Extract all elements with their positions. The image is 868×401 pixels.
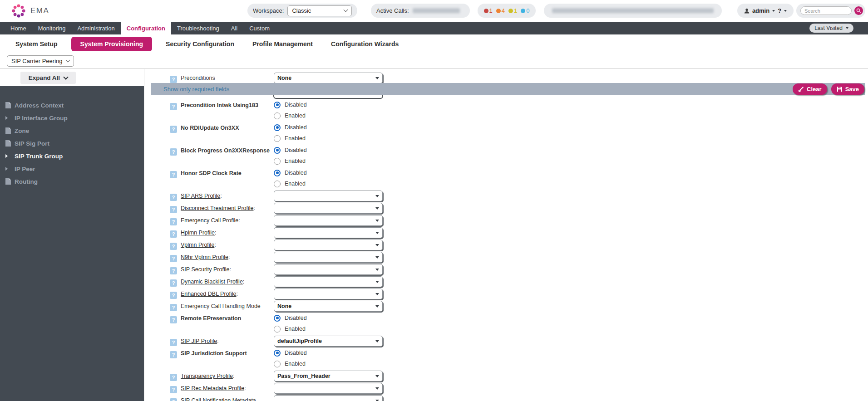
field-select[interactable] — [274, 383, 383, 394]
field-label[interactable]: Vplmn Profile — [181, 242, 214, 248]
field-label[interactable]: SIP Call Notification Metadata Profile — [170, 397, 256, 401]
help-icon[interactable]: ? — [170, 103, 177, 110]
field-select[interactable] — [274, 227, 383, 238]
field-select[interactable] — [274, 395, 383, 401]
radio-unselected-icon — [274, 181, 281, 187]
field-label[interactable]: SIP Rec Metadata Profile — [181, 385, 244, 391]
top-header: EMA Workspace: Classic Active Calls: 1 4 — [0, 0, 868, 22]
help-icon[interactable]: ? — [170, 243, 177, 250]
form-row: ?Precondition Intwk Using183 Disabled En… — [170, 100, 446, 122]
sidebar-item[interactable]: SIP Sig Port — [0, 137, 144, 150]
field-select[interactable] — [274, 191, 383, 201]
field-label[interactable]: N9hr Vplmn Profile — [181, 254, 228, 260]
sidebar-item[interactable]: Routing — [0, 175, 144, 188]
subnav-item[interactable]: Configuration Wizards — [326, 37, 403, 51]
help-icon[interactable]: ? — [170, 171, 177, 178]
workspace-select[interactable]: Classic — [287, 5, 352, 16]
field-select[interactable]: None — [274, 73, 383, 83]
subnav-item[interactable]: Profile Management — [248, 37, 317, 51]
subnav-item[interactable]: Security Configuration — [161, 37, 239, 51]
field-label[interactable]: Hplmn Profile — [181, 230, 215, 236]
sidebar-item[interactable]: SIP Trunk Group — [0, 150, 144, 162]
nav-item[interactable]: Custom — [243, 22, 276, 34]
help-icon[interactable]: ? — [170, 304, 177, 311]
help-icon[interactable]: ? — [170, 339, 177, 346]
caret-down-icon — [784, 10, 787, 12]
field-label[interactable]: Disconnect Treatment Profile — [181, 205, 254, 211]
nav-item[interactable]: Configuration — [121, 22, 171, 34]
field-select[interactable]: None — [274, 301, 383, 312]
help-icon[interactable]: ? — [170, 351, 177, 358]
dropdown-caret-icon — [375, 232, 379, 234]
subnav-item[interactable]: System Provisioning — [71, 37, 152, 51]
radio-option-enabled[interactable]: Enabled — [274, 111, 307, 121]
radio-option-enabled[interactable]: Enabled — [274, 324, 307, 334]
ema-logo-icon — [12, 4, 25, 18]
field-select[interactable] — [274, 215, 383, 226]
radio-group: Disabled Enabled — [274, 313, 307, 336]
sidebar-item[interactable]: IP Peer — [0, 162, 144, 175]
help-icon[interactable]: ? — [170, 267, 177, 274]
clear-button[interactable]: Clear — [793, 83, 827, 95]
sidebar-item[interactable]: Zone — [0, 124, 144, 137]
call-status-stat: 0 — [521, 7, 529, 14]
show-required-link[interactable]: Show only required fields — [163, 86, 229, 93]
help-icon[interactable]: ? — [170, 279, 177, 287]
nav-item[interactable]: Monitoring — [32, 22, 72, 34]
field-label[interactable]: Dynamic Blacklist Profile — [181, 279, 243, 285]
search-input[interactable] — [800, 6, 852, 15]
field-label[interactable]: SIP Security Profile — [181, 266, 229, 273]
radio-option-enabled[interactable]: Enabled — [274, 133, 307, 143]
field-select[interactable] — [274, 289, 383, 299]
sidebar-item[interactable]: Address Context — [0, 99, 144, 112]
nav-item[interactable]: Troubleshooting — [171, 22, 225, 34]
field-label[interactable]: Enhanced DBL Profile — [181, 291, 237, 297]
search-button[interactable] — [854, 6, 863, 15]
field-select[interactable] — [274, 203, 383, 214]
field-label[interactable]: SIP JIP Profile — [181, 338, 217, 344]
help-icon[interactable]: ? — [170, 292, 177, 299]
help-icon[interactable]: ? — [170, 316, 177, 323]
help-icon[interactable]: ? — [170, 398, 177, 401]
help-icon[interactable]: ? — [170, 148, 177, 156]
help-icon[interactable]: ? — [170, 76, 177, 83]
radio-option-disabled[interactable]: Disabled — [274, 100, 307, 110]
nav-item[interactable]: Administration — [71, 22, 120, 34]
help-icon[interactable]: ? — [170, 218, 177, 225]
sidebar-item[interactable]: IP Interface Group — [0, 112, 144, 124]
user-menu[interactable]: admin ? — [737, 4, 794, 18]
status-dot-icon — [496, 9, 501, 13]
help-icon[interactable]: ? — [170, 374, 177, 381]
radio-option-disabled[interactable]: Disabled — [274, 145, 307, 155]
field-select[interactable] — [274, 276, 383, 287]
help-icon[interactable]: ? — [170, 386, 177, 393]
field-select[interactable]: Pass_From_Header — [274, 371, 383, 381]
save-button[interactable]: Save — [831, 83, 864, 95]
category-select[interactable]: SIP Carrier Peering — [7, 55, 74, 67]
field-label[interactable]: Emergency Call Profile — [181, 217, 238, 224]
last-visited-button[interactable]: Last Visited — [809, 24, 853, 33]
help-icon[interactable]: ? — [170, 255, 177, 262]
help-icon[interactable]: ? — [170, 194, 177, 201]
help-icon[interactable]: ? — [170, 206, 177, 213]
field-label[interactable]: SIP ARS Profile — [181, 193, 220, 199]
radio-option-enabled[interactable]: Enabled — [274, 156, 307, 166]
radio-option-enabled[interactable]: Enabled — [274, 359, 307, 369]
expand-all-button[interactable]: Expand All — [20, 72, 76, 84]
help-icon[interactable]: ? — [170, 126, 177, 133]
radio-option-disabled[interactable]: Disabled — [274, 122, 307, 132]
radio-option-disabled[interactable]: Disabled — [274, 168, 307, 178]
radio-option-enabled[interactable]: Enabled — [274, 179, 307, 189]
nav-item[interactable]: Home — [5, 22, 32, 34]
field-label[interactable]: Transparency Profile — [181, 373, 233, 379]
field-select[interactable]: defaultJipProfile — [274, 336, 383, 347]
field-select[interactable] — [274, 252, 383, 263]
field-select[interactable] — [274, 264, 383, 275]
radio-option-disabled[interactable]: Disabled — [274, 313, 307, 323]
nav-item[interactable]: All — [225, 22, 243, 34]
help-icon[interactable]: ? — [170, 230, 177, 238]
help-menu[interactable]: ? — [778, 7, 781, 14]
radio-option-disabled[interactable]: Disabled — [274, 348, 307, 358]
field-select[interactable] — [274, 240, 383, 250]
subnav-item[interactable]: System Setup — [11, 37, 62, 51]
